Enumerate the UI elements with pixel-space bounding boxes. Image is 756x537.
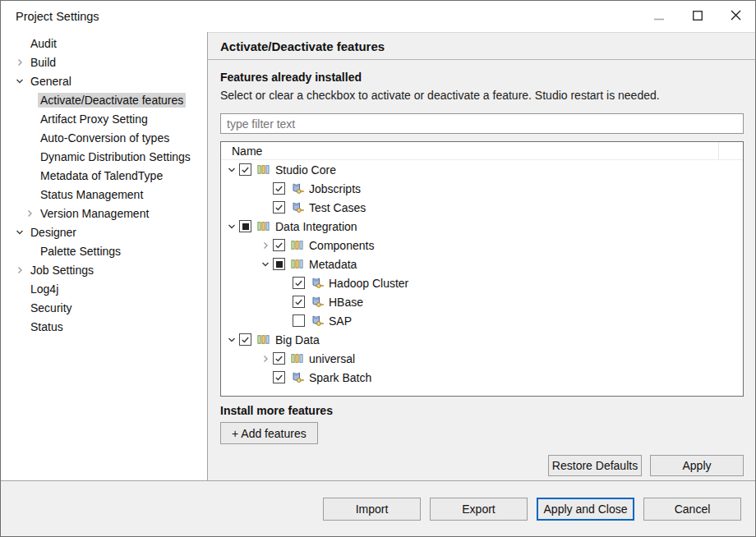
chevron-right-icon[interactable] (12, 58, 28, 67)
feature-checkbox-partial[interactable] (273, 258, 285, 270)
features-description: Select or clear a checkbox to activate o… (220, 88, 744, 103)
apply-button[interactable]: Apply (650, 455, 744, 476)
features-tree: Name Studio CoreJobscriptsTest CasesData… (220, 141, 744, 397)
feature-checkbox-unchecked[interactable] (293, 314, 305, 327)
feature-label: HBase (327, 296, 365, 309)
sidebar-item-auto-conversion-of-types[interactable]: Auto-Conversion of types (1, 128, 207, 147)
sidebar-item-status-management[interactable]: Status Management (1, 185, 207, 204)
minimize-button[interactable] (639, 1, 678, 32)
feature-checkbox-checked[interactable] (239, 163, 251, 176)
feature-row-metadata[interactable]: Metadata (221, 255, 743, 273)
feature-label: Jobscripts (307, 182, 362, 195)
category-icon (290, 240, 304, 250)
chevron-right-icon[interactable] (12, 266, 28, 274)
panel-actions: Restore Defaults Apply (220, 455, 744, 476)
feature-row-spark-batch[interactable]: Spark Batch (221, 368, 743, 387)
feature-label: Hadoop Cluster (327, 277, 410, 290)
cancel-button[interactable]: Cancel (643, 498, 741, 521)
feature-checkbox-checked[interactable] (273, 182, 285, 195)
sidebar-item-artifact-proxy-setting[interactable]: Artifact Proxy Setting (1, 109, 207, 128)
name-column-label: Name (232, 145, 262, 158)
sidebar-item-label: Version Management (38, 206, 151, 221)
feature-label: universal (307, 352, 357, 365)
feature-row-sap[interactable]: SAP (221, 311, 743, 330)
feature-label: Test Cases (307, 201, 367, 214)
import-button[interactable]: Import (323, 498, 421, 521)
feature-label: Components (307, 239, 376, 252)
dialog-footer: ImportExportApply and CloseCancel (1, 480, 755, 537)
feature-checkbox-checked[interactable] (273, 201, 285, 213)
sidebar-item-label: Artifact Proxy Setting (38, 112, 150, 126)
apply-and-close-button[interactable]: Apply and Close (537, 498, 634, 521)
feature-row-hadoop-cluster[interactable]: Hadoop Cluster (221, 273, 743, 292)
feature-label: Spark Batch (307, 371, 373, 384)
plugin-icon (310, 277, 324, 289)
sidebar-item-designer[interactable]: Designer (1, 223, 207, 241)
category-icon (256, 164, 270, 175)
sidebar-item-general[interactable]: General (1, 71, 207, 90)
sidebar-item-build[interactable]: Build (1, 53, 207, 71)
close-button[interactable] (717, 1, 755, 32)
chevron-down-icon[interactable] (258, 260, 273, 268)
feature-label: Metadata (307, 258, 358, 271)
sidebar-item-label: Palette Settings (38, 244, 123, 259)
feature-checkbox-partial[interactable] (239, 220, 251, 232)
chevron-down-icon[interactable] (12, 77, 28, 85)
plugin-icon (310, 296, 324, 308)
sidebar-item-label: General (28, 74, 74, 89)
feature-row-data-integration[interactable]: Data Integration (221, 217, 743, 236)
plugin-icon (290, 201, 304, 213)
feature-checkbox-checked[interactable] (239, 333, 251, 346)
chevron-down-icon[interactable] (224, 223, 239, 231)
sidebar-item-label: Activate/Deactivate features (38, 93, 186, 108)
maximize-button[interactable] (678, 1, 717, 32)
sidebar-item-label: Job Settings (28, 263, 96, 278)
chevron-right-icon[interactable] (258, 355, 273, 363)
feature-row-hbase[interactable]: HBase (221, 292, 743, 311)
filter-input[interactable] (220, 113, 744, 134)
feature-row-test-cases[interactable]: Test Cases (221, 198, 743, 217)
feature-checkbox-checked[interactable] (293, 277, 305, 289)
chevron-down-icon[interactable] (12, 228, 28, 236)
chevron-right-icon[interactable] (21, 209, 38, 218)
chevron-right-icon[interactable] (258, 241, 273, 250)
restore-defaults-button[interactable]: Restore Defaults (548, 455, 642, 476)
feature-checkbox-checked[interactable] (273, 352, 285, 365)
sidebar-item-metadata-of-talendtype[interactable]: Metadata of TalendType (1, 166, 207, 185)
feature-row-studio-core[interactable]: Studio Core (221, 160, 743, 179)
sidebar-item-security[interactable]: Security (1, 298, 207, 317)
sidebar-item-label: Status (28, 319, 66, 334)
export-button[interactable]: Export (430, 498, 528, 521)
plugin-icon (290, 182, 304, 195)
category-icon (256, 334, 270, 345)
sidebar-item-log4j[interactable]: Log4j (1, 279, 207, 298)
feature-row-universal[interactable]: universal (221, 349, 743, 368)
chevron-down-icon[interactable] (224, 336, 239, 344)
feature-label: SAP (327, 314, 353, 328)
sidebar-item-label: Security (28, 301, 75, 315)
feature-checkbox-checked[interactable] (273, 371, 285, 383)
tree-column-header[interactable]: Name (221, 142, 743, 160)
category-icon (290, 353, 304, 364)
feature-checkbox-checked[interactable] (293, 296, 305, 308)
sidebar-item-dynamic-distribution-settings[interactable]: Dynamic Distribution Settings (1, 147, 207, 166)
panel-header: Activate/Deactivate features (208, 33, 755, 60)
sidebar-item-job-settings[interactable]: Job Settings (1, 260, 207, 279)
feature-checkbox-checked[interactable] (273, 239, 285, 251)
chevron-down-icon[interactable] (224, 166, 239, 174)
settings-panel: Activate/Deactivate features Features al… (208, 32, 755, 480)
dialog-body: AuditBuildGeneralActivate/Deactivate fea… (1, 32, 755, 480)
sidebar-item-palette-settings[interactable]: Palette Settings (1, 241, 207, 260)
sidebar-item-status[interactable]: Status (1, 317, 207, 336)
feature-label: Data Integration (274, 220, 359, 233)
feature-rows: Studio CoreJobscriptsTest CasesData Inte… (221, 160, 743, 387)
sidebar-item-version-management[interactable]: Version Management (1, 204, 207, 223)
feature-row-components[interactable]: Components (221, 236, 743, 255)
sidebar-item-label: Audit (28, 36, 59, 51)
sidebar-item-audit[interactable]: Audit (1, 34, 207, 53)
feature-row-big-data[interactable]: Big Data (221, 330, 743, 349)
feature-row-jobscripts[interactable]: Jobscripts (221, 179, 743, 198)
column-divider[interactable] (718, 142, 719, 159)
sidebar-item-activate-deactivate-features[interactable]: Activate/Deactivate features (1, 90, 207, 109)
add-features-button[interactable]: + Add features (220, 422, 318, 444)
